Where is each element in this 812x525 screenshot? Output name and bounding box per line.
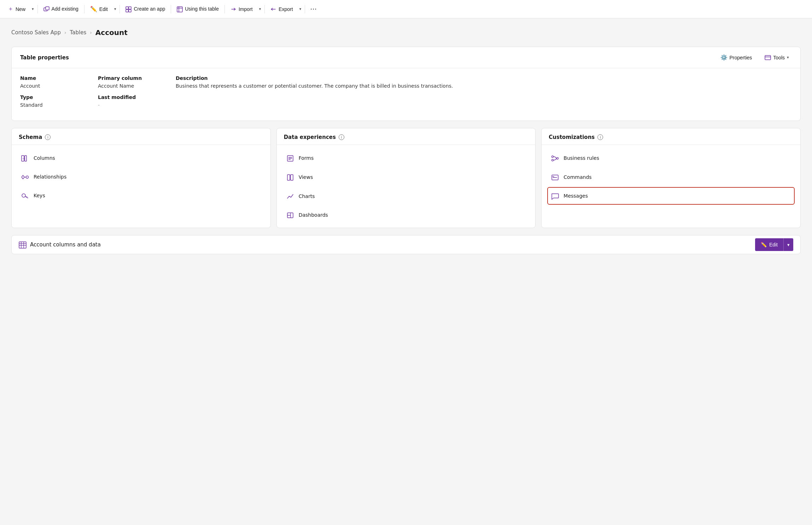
primary-col-group: Primary column Account Name Last modifie… [98,75,176,113]
keys-label: Keys [34,193,45,198]
views-label: Views [299,174,313,180]
commands-item[interactable]: Commands [547,168,795,186]
svg-rect-6 [177,7,182,12]
svg-rect-9 [765,56,771,60]
breadcrumb-app[interactable]: Contoso Sales App [11,29,61,36]
commands-label: Commands [563,174,591,180]
relationships-icon [21,173,29,180]
schema-info-icon[interactable]: i [45,134,51,140]
edit-chevron[interactable]: ▾ [113,5,118,13]
import-button[interactable]: Import [227,4,256,14]
breadcrumb-tables[interactable]: Tables [70,29,87,36]
edit-chevron-button[interactable]: ▾ [784,238,793,251]
svg-point-29 [552,156,554,158]
card-title: Table properties [20,54,69,61]
edit-main-button[interactable]: ✏️ Edit [755,238,783,251]
charts-item[interactable]: Charts [282,187,530,205]
svg-point-14 [22,176,24,179]
dashboards-item[interactable]: Dashboards [282,206,530,223]
customizations-header: Customizations i [542,128,800,145]
charts-label: Charts [299,193,315,199]
primary-column-value: Account Name [98,83,167,89]
schema-keys-item[interactable]: Keys [17,187,265,204]
keys-icon [21,192,29,199]
schema-relationships-item[interactable]: Relationships [17,168,265,185]
charts-icon [286,192,294,200]
divider-2 [84,5,84,13]
dashboards-label: Dashboards [299,212,328,218]
schema-header: Schema i [12,128,270,145]
export-chevron[interactable]: ▾ [298,5,303,13]
schema-columns-item[interactable]: Abc Columns [17,149,265,167]
svg-point-19 [22,194,25,197]
divider-1 [37,5,38,13]
commands-icon [551,173,559,181]
messages-item[interactable]: Messages [547,187,795,205]
edit-icon: ✏️ [90,6,97,12]
import-icon [230,6,236,12]
divider-4 [171,5,171,13]
edit-button[interactable]: ✏️ Edit [87,4,111,14]
svg-point-30 [552,159,554,161]
export-button[interactable]: Export [267,4,296,14]
business-rules-icon [551,154,559,162]
name-type-group: Name Account Type Standard [20,75,98,113]
section-grid: Schema i Abc Columns [11,128,801,228]
data-experiences-info-icon[interactable]: i [339,134,344,140]
dashboards-icon [286,211,294,218]
add-existing-icon [43,6,49,12]
last-modified-label: Last modified [98,94,167,100]
description-group: Description Business that represents a c… [176,75,792,113]
messages-icon [551,192,559,200]
columns-label: Columns [34,155,55,161]
plus-icon: ＋ [8,5,13,13]
last-modified-value: - [98,102,167,108]
name-value: Account [20,83,89,89]
new-button[interactable]: ＋ New [4,3,29,15]
bottom-bar-text: Account columns and data [30,241,101,248]
create-app-button[interactable]: Create an app [122,4,169,14]
description-label: Description [176,75,783,81]
create-app-icon [125,6,132,12]
data-experiences-card: Data experiences i Forms [276,128,536,228]
forms-item[interactable]: Forms [282,149,530,167]
more-button[interactable]: ··· [307,4,320,15]
messages-label: Messages [563,193,588,199]
name-label: Name [20,75,89,81]
card-header: Table properties ⚙️ Properties Tools ▾ [12,47,800,68]
customizations-info-icon[interactable]: i [597,134,603,140]
add-existing-button[interactable]: Add existing [40,4,82,14]
svg-rect-5 [129,10,131,12]
gear-icon: ⚙️ [720,54,728,61]
svg-rect-34 [553,176,554,177]
svg-rect-4 [126,10,128,12]
data-experiences-header: Data experiences i [277,128,536,145]
tools-chevron-icon: ▾ [787,55,789,60]
breadcrumb-sep-2: › [90,30,92,35]
forms-icon [286,154,294,162]
schema-title: Schema [19,134,42,140]
bottom-bar-title-area: Account columns and data [19,241,101,249]
using-table-button[interactable]: Using this table [173,4,222,14]
tools-icon [765,54,771,61]
schema-items: Abc Columns Rel [12,145,270,208]
import-chevron[interactable]: ▾ [258,5,263,13]
new-chevron[interactable]: ▾ [30,5,35,13]
data-experiences-items: Forms Views [277,145,536,228]
svg-point-31 [557,158,559,159]
svg-rect-24 [287,175,290,180]
svg-rect-1 [46,7,49,10]
type-value: Standard [20,102,89,108]
export-icon [270,6,276,12]
columns-icon: Abc [21,154,29,162]
edit-split-button: ✏️ Edit ▾ [755,238,793,251]
schema-card: Schema i Abc Columns [11,128,271,228]
tools-button[interactable]: Tools ▾ [762,53,792,62]
customizations-title: Customizations [549,134,595,140]
views-item[interactable]: Views [282,168,530,186]
business-rules-item[interactable]: Business rules [547,149,795,167]
card-header-actions: ⚙️ Properties Tools ▾ [718,53,792,62]
svg-text:Abc: Abc [22,158,25,159]
svg-rect-3 [129,7,131,9]
properties-button[interactable]: ⚙️ Properties [718,53,755,62]
